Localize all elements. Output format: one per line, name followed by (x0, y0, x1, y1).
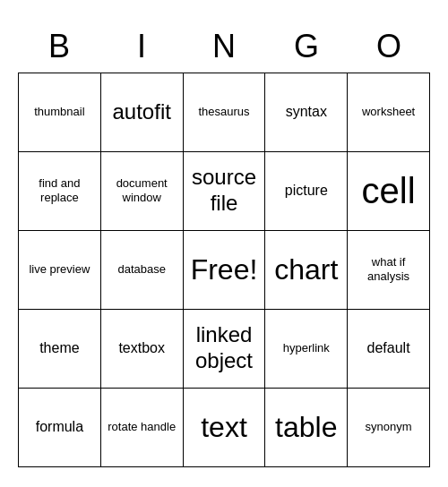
bingo-cell-9: cell (348, 152, 430, 231)
bingo-cell-6: document window (101, 152, 184, 231)
bingo-cell-10: live preview (19, 231, 101, 310)
bingo-cell-text-6: document window (105, 176, 179, 204)
bingo-cell-text-11: database (117, 262, 166, 277)
bingo-cell-text-20: formula (36, 418, 83, 435)
bingo-cell-7: source file (184, 152, 266, 231)
bingo-cell-13: chart (265, 231, 348, 310)
bingo-cell-text-18: hyperlink (283, 341, 330, 355)
bingo-cell-text-12: Free! (191, 252, 258, 286)
bingo-card: B I N G O thumbnailautofitthesaurussynta… (18, 21, 430, 467)
bingo-cell-text-15: theme (39, 339, 79, 356)
bingo-cell-14: what if analysis (348, 231, 430, 310)
bingo-cell-16: textbox (101, 310, 184, 389)
bingo-cell-2: thesaurus (184, 73, 266, 152)
bingo-cell-5: find and replace (19, 152, 101, 231)
bingo-cell-text-22: text (201, 410, 247, 444)
bingo-cell-4: worksheet (348, 73, 430, 152)
bingo-cell-21: rotate handle (101, 389, 184, 467)
bingo-cell-11: database (101, 231, 184, 310)
bingo-cell-8: picture (265, 152, 348, 231)
bingo-cell-text-0: thumbnail (34, 105, 84, 119)
bingo-cell-text-2: thesaurus (198, 105, 249, 119)
bingo-cell-3: syntax (265, 73, 348, 152)
bingo-cell-text-21: rotate handle (108, 420, 176, 434)
header-b: B (18, 21, 100, 73)
bingo-cell-18: hyperlink (265, 310, 348, 389)
header-n: N (183, 21, 265, 73)
bingo-cell-text-8: picture (285, 182, 328, 199)
bingo-cell-text-3: syntax (286, 103, 327, 120)
bingo-cell-17: linked object (184, 310, 266, 389)
bingo-cell-12: Free! (184, 231, 266, 310)
bingo-cell-24: synonym (348, 389, 430, 467)
bingo-cell-text-13: chart (274, 252, 338, 286)
bingo-cell-text-7: source file (187, 165, 262, 217)
bingo-cell-text-10: live preview (29, 262, 90, 277)
bingo-cell-1: autofit (101, 73, 184, 152)
bingo-cell-text-16: textbox (118, 339, 165, 356)
bingo-cell-text-23: table (275, 410, 337, 444)
header-o: O (348, 21, 430, 73)
bingo-cell-text-17: linked object (187, 322, 262, 374)
header-i: I (100, 21, 183, 73)
bingo-cell-text-4: worksheet (362, 105, 415, 119)
bingo-cell-text-1: autofit (113, 99, 171, 125)
bingo-cell-text-5: find and replace (22, 176, 97, 204)
bingo-cell-22: text (184, 389, 266, 467)
bingo-cell-23: table (265, 389, 348, 467)
bingo-cell-15: theme (19, 310, 101, 389)
bingo-cell-19: default (348, 310, 430, 389)
bingo-grid: thumbnailautofitthesaurussyntaxworksheet… (18, 73, 430, 467)
bingo-cell-20: formula (19, 389, 101, 467)
bingo-cell-text-19: default (367, 339, 410, 356)
header-g: G (265, 21, 348, 73)
bingo-cell-text-9: cell (362, 169, 416, 212)
bingo-cell-0: thumbnail (19, 73, 101, 152)
bingo-cell-text-24: synonym (366, 420, 412, 434)
bingo-header: B I N G O (18, 21, 430, 73)
bingo-cell-text-14: what if analysis (351, 255, 426, 283)
